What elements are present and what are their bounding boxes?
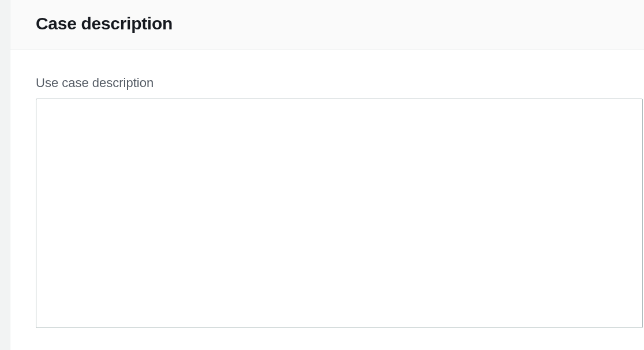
panel-title: Case description — [36, 14, 644, 33]
page-container: Case description Use case description — [0, 0, 644, 350]
panel-header: Case description — [10, 0, 644, 50]
left-rail — [0, 0, 10, 350]
panel-body: Use case description — [10, 50, 644, 350]
case-description-panel: Case description Use case description — [10, 0, 644, 350]
use-case-description-input[interactable] — [36, 99, 643, 328]
use-case-description-label: Use case description — [36, 76, 644, 91]
